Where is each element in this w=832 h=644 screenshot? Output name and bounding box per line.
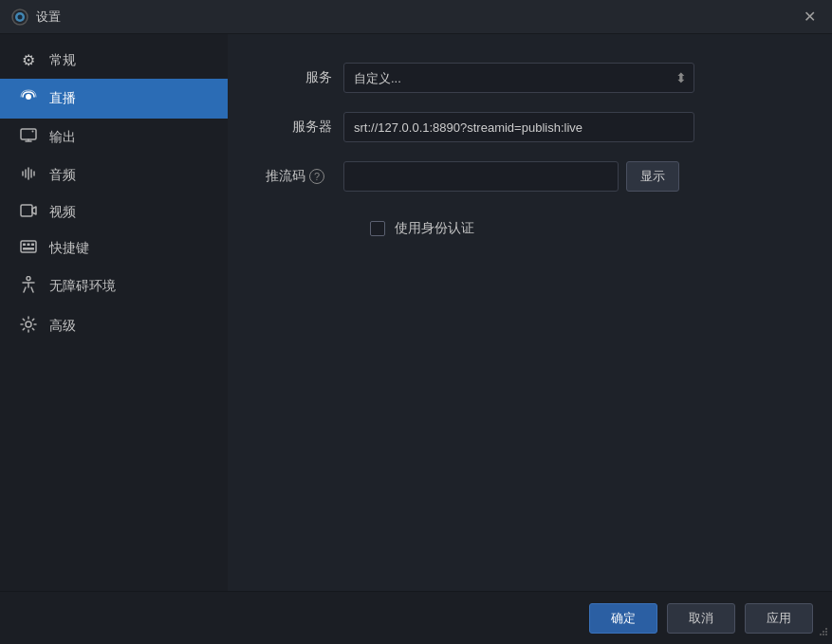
apply-button[interactable]: 应用	[745, 603, 813, 634]
service-row: 服务 自定义... Twitch YouTube Bilibili ⬍	[266, 63, 794, 93]
cancel-button[interactable]: 取消	[667, 603, 735, 634]
svg-rect-9	[28, 244, 30, 247]
sidebar-item-accessibility[interactable]: 无障碍环境	[0, 267, 228, 306]
service-select-wrapper: 自定义... Twitch YouTube Bilibili ⬍	[343, 63, 694, 93]
sidebar-label-stream: 直播	[49, 90, 76, 107]
stream-key-help-icon[interactable]: ?	[309, 169, 324, 184]
service-label: 服务	[266, 69, 332, 86]
stream-key-row: 推流码 ? 显示	[266, 161, 794, 192]
svg-point-13	[26, 322, 31, 327]
svg-rect-6	[21, 205, 32, 216]
bottom-bar: 确定 取消 应用	[0, 591, 832, 644]
svg-point-19	[825, 628, 827, 630]
svg-rect-7	[21, 241, 36, 252]
sidebar-label-accessibility: 无障碍环境	[49, 278, 116, 295]
svg-point-2	[18, 14, 23, 19]
hotkeys-icon	[19, 240, 38, 257]
sidebar: ⚙ 常规 直播 输出	[0, 34, 228, 591]
svg-rect-10	[31, 244, 34, 247]
sidebar-item-general[interactable]: ⚙ 常规	[0, 42, 228, 79]
sidebar-item-advanced[interactable]: 高级	[0, 306, 228, 346]
svg-point-5	[32, 131, 34, 133]
resize-handle	[819, 623, 828, 640]
server-input[interactable]	[343, 112, 694, 142]
accessibility-icon	[19, 276, 38, 297]
svg-point-14	[825, 634, 827, 635]
svg-rect-8	[23, 244, 26, 247]
show-stream-key-button[interactable]: 显示	[626, 161, 679, 192]
main-layout: ⚙ 常规 直播 输出	[0, 34, 832, 591]
svg-point-15	[823, 634, 824, 635]
sidebar-label-video: 视频	[49, 204, 76, 221]
server-row: 服务器	[266, 112, 794, 142]
sidebar-label-audio: 音频	[49, 167, 76, 184]
content-area: 服务 自定义... Twitch YouTube Bilibili ⬍ 服务器 …	[228, 34, 832, 591]
sidebar-label-general: 常规	[49, 52, 76, 69]
stream-key-label: 推流码 ?	[266, 168, 332, 185]
app-logo-icon	[11, 9, 28, 26]
close-button[interactable]: ✕	[798, 6, 821, 28]
auth-row: 使用身份认证	[266, 220, 794, 237]
title-bar: 设置 ✕	[0, 0, 832, 34]
audio-icon	[19, 166, 38, 185]
svg-point-17	[820, 634, 822, 635]
sidebar-label-hotkeys: 快捷键	[49, 240, 89, 257]
advanced-icon	[19, 316, 38, 337]
sidebar-item-output[interactable]: 输出	[0, 119, 228, 156]
stream-key-input[interactable]	[343, 161, 619, 192]
service-select[interactable]: 自定义... Twitch YouTube Bilibili	[343, 63, 694, 93]
stream-icon	[19, 88, 38, 109]
sidebar-label-advanced: 高级	[49, 318, 76, 335]
sidebar-item-stream[interactable]: 直播	[0, 79, 228, 119]
svg-point-3	[26, 94, 31, 100]
server-label: 服务器	[266, 119, 332, 136]
confirm-button[interactable]: 确定	[589, 603, 657, 634]
video-icon	[19, 204, 38, 221]
auth-checkbox[interactable]	[370, 221, 385, 236]
svg-rect-11	[23, 248, 34, 250]
auth-checkbox-wrapper[interactable]: 使用身份认证	[370, 220, 474, 237]
sidebar-item-audio[interactable]: 音频	[0, 156, 228, 194]
title-left: 设置	[11, 9, 61, 26]
svg-rect-4	[21, 129, 36, 139]
auth-checkbox-label: 使用身份认证	[395, 220, 474, 237]
output-icon	[19, 128, 38, 147]
svg-point-18	[823, 631, 824, 633]
gear-icon: ⚙	[19, 51, 38, 69]
sidebar-label-output: 输出	[49, 129, 76, 146]
svg-point-16	[825, 631, 827, 633]
sidebar-item-video[interactable]: 视频	[0, 194, 228, 230]
svg-point-12	[27, 277, 30, 281]
sidebar-item-hotkeys[interactable]: 快捷键	[0, 230, 228, 267]
window-title: 设置	[36, 9, 61, 26]
